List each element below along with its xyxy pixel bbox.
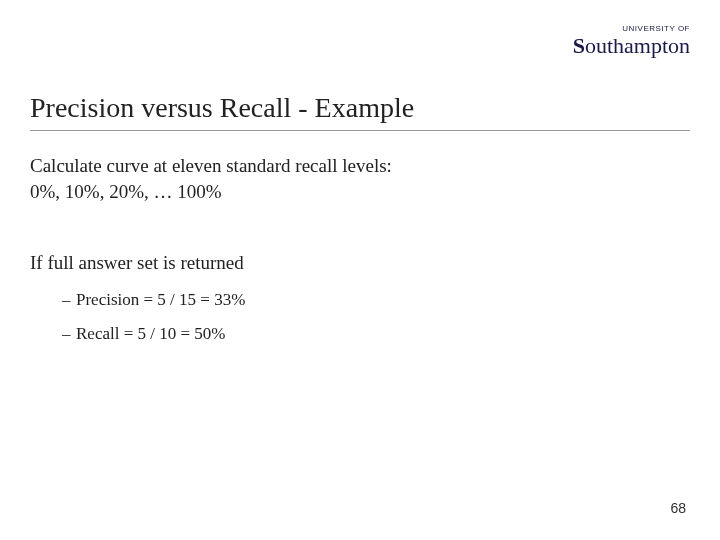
body-line-1: Calculate curve at eleven standard recal… xyxy=(30,153,690,179)
bullet-1: –Precision = 5 / 15 = 33% xyxy=(62,290,690,310)
logo-main-rest: outhampton xyxy=(585,33,690,58)
spacer xyxy=(30,204,690,250)
logo-main-initial: S xyxy=(573,33,585,58)
university-logo: UNIVERSITY OF Southampton xyxy=(573,24,690,59)
slide-title: Precision versus Recall - Example xyxy=(30,92,690,131)
body-line-2: 0%, 10%, 20%, … 100% xyxy=(30,179,690,205)
bullet-2: –Recall = 5 / 10 = 50% xyxy=(62,324,690,344)
logo-main-text: Southampton xyxy=(573,33,690,59)
logo-top-text: UNIVERSITY OF xyxy=(573,24,690,33)
dash-icon: – xyxy=(62,290,76,310)
bullet-1-text: Precision = 5 / 15 = 33% xyxy=(76,290,245,309)
slide-body: Calculate curve at eleven standard recal… xyxy=(30,153,690,344)
slide: UNIVERSITY OF Southampton Precision vers… xyxy=(0,0,720,540)
dash-icon: – xyxy=(62,324,76,344)
page-number: 68 xyxy=(670,500,686,516)
bullet-2-text: Recall = 5 / 10 = 50% xyxy=(76,324,225,343)
body-line-3: If full answer set is returned xyxy=(30,250,690,276)
